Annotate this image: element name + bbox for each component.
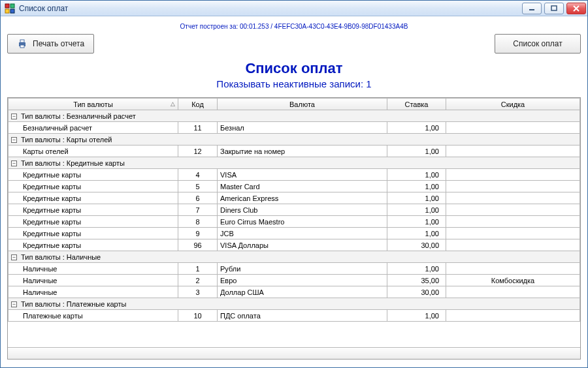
cell-type: Наличные	[8, 275, 178, 286]
table-row[interactable]: Платежные карты10ПДС оплата1,00	[8, 310, 580, 322]
cell-rate: 1,00	[387, 310, 446, 322]
cell-code: 8	[178, 216, 218, 228]
group-row[interactable]: −Тип валюты : Безналичный расчет	[8, 110, 580, 122]
cell-type: Кредитные карты	[8, 192, 178, 204]
svg-rect-0	[5, 4, 9, 8]
group-row[interactable]: −Тип валюты : Наличные	[8, 251, 580, 263]
collapse-icon[interactable]: −	[11, 254, 17, 260]
page-subtitle: Показывать неактивные записи: 1	[7, 78, 581, 89]
collapse-icon[interactable]: −	[11, 137, 17, 143]
cell-type: Наличные	[8, 263, 178, 275]
cell-rate: 1,00	[387, 122, 446, 134]
cell-rate: 1,00	[387, 181, 446, 192]
group-row[interactable]: −Тип валюты : Кредитные карты	[8, 157, 580, 169]
content: Отчет построен за: 00:01.253 / 4FEFC30A-…	[1, 16, 587, 367]
group-label: Тип валюты : Безналичный расчет	[21, 112, 136, 120]
cell-discount: Комбоскидка	[446, 275, 580, 286]
cell-currency: Безнал	[218, 122, 387, 134]
cell-code: 10	[178, 310, 218, 322]
cell-code: 12	[178, 146, 218, 157]
cell-code: 96	[178, 239, 218, 251]
table-row[interactable]: Кредитные карты4VISA1,00	[8, 169, 580, 181]
cell-discount	[446, 169, 580, 181]
print-report-button[interactable]: Печать отчета	[7, 34, 94, 54]
cell-type: Наличные	[8, 286, 178, 298]
col-header-code[interactable]: Код	[178, 99, 218, 110]
table-row[interactable]: Безналичный расчет11Безнал1,00	[8, 122, 580, 134]
printer-icon	[17, 38, 27, 49]
cell-discount	[446, 192, 580, 204]
sort-asc-icon: △	[171, 100, 175, 107]
svg-rect-5	[551, 6, 557, 10]
col-header-currency[interactable]: Валюта	[218, 99, 387, 110]
window-title: Список оплат	[19, 4, 68, 13]
cell-currency: ПДС оплата	[218, 310, 387, 322]
minimize-button[interactable]	[522, 3, 542, 14]
cell-code: 6	[178, 192, 218, 204]
cell-currency: Евро	[218, 275, 387, 286]
table-row[interactable]: Наличные2Евро35,00Комбоскидка	[8, 275, 580, 286]
table-row[interactable]: Кредитные карты5Master Card1,00	[8, 181, 580, 192]
table-row[interactable]: Кредитные карты9JCB1,00	[8, 228, 580, 239]
svg-rect-10	[20, 45, 24, 48]
cell-rate: 30,00	[387, 286, 446, 298]
col-header-type[interactable]: Тип валюты △	[8, 99, 178, 110]
cell-rate: 1,00	[387, 204, 446, 216]
cell-currency: Euro Cirrus Maestro	[218, 216, 387, 228]
payment-grid: Тип валюты △ Код Валюта Ставка Скидка −Т…	[7, 97, 581, 360]
cell-code: 3	[178, 286, 218, 298]
cell-code: 1	[178, 263, 218, 275]
cell-type: Кредитные карты	[8, 239, 178, 251]
cell-type: Платежные карты	[8, 310, 178, 322]
button-row: Печать отчета Список оплат	[7, 34, 581, 54]
cell-discount	[446, 228, 580, 239]
collapse-icon[interactable]: −	[11, 161, 17, 166]
collapse-icon[interactable]: −	[11, 301, 17, 307]
table-row[interactable]: Кредитные карты7Diners Club1,00	[8, 204, 580, 216]
collapse-icon[interactable]: −	[11, 114, 17, 119]
cell-code: 9	[178, 228, 218, 239]
group-label: Тип валюты : Карты отелей	[21, 136, 112, 144]
group-row[interactable]: −Тип валюты : Платежные карты	[8, 298, 580, 310]
cell-type: Кредитные карты	[8, 181, 178, 192]
col-header-discount[interactable]: Скидка	[446, 99, 580, 110]
page-title: Список оплат	[7, 60, 581, 77]
svg-rect-1	[10, 4, 14, 8]
cell-type: Кредитные карты	[8, 204, 178, 216]
cell-currency: American Express	[218, 192, 387, 204]
cell-code: 2	[178, 275, 218, 286]
maximize-button[interactable]	[544, 3, 564, 14]
grid-empty-area	[8, 322, 580, 347]
cell-rate: 1,00	[387, 169, 446, 181]
report-info: Отчет построен за: 00:01.253 / 4FEFC30A-…	[7, 23, 581, 30]
table-row[interactable]: Кредитные карты8Euro Cirrus Maestro1,00	[8, 216, 580, 228]
group-label: Тип валюты : Наличные	[21, 253, 101, 261]
grid-footer	[8, 347, 580, 359]
table-row[interactable]: Карты отелей12Закрытие на номер1,00	[8, 146, 580, 157]
col-header-type-label: Тип валюты	[73, 100, 113, 108]
table-row[interactable]: Наличные3Доллар США30,00	[8, 286, 580, 298]
cell-code: 4	[178, 169, 218, 181]
cell-code: 5	[178, 181, 218, 192]
group-label: Тип валюты : Платежные карты	[21, 300, 126, 308]
cell-currency: Закрытие на номер	[218, 146, 387, 157]
cell-type: Безналичный расчет	[8, 122, 178, 134]
cell-rate: 1,00	[387, 263, 446, 275]
table-row[interactable]: Кредитные карты6American Express1,00	[8, 192, 580, 204]
table-row[interactable]: Кредитные карты96VISA Доллары30,00	[8, 239, 580, 251]
payment-list-button[interactable]: Список оплат	[495, 34, 581, 54]
cell-rate: 30,00	[387, 239, 446, 251]
app-icon	[5, 3, 15, 14]
col-header-rate[interactable]: Ставка	[387, 99, 446, 110]
table-row[interactable]: Наличные1Рубли1,00	[8, 263, 580, 275]
cell-currency: VISA Доллары	[218, 239, 387, 251]
cell-code: 7	[178, 204, 218, 216]
cell-discount	[446, 146, 580, 157]
group-row[interactable]: −Тип валюты : Карты отелей	[8, 134, 580, 146]
cell-discount	[446, 239, 580, 251]
close-button[interactable]	[566, 3, 586, 14]
svg-rect-9	[20, 40, 24, 42]
cell-discount	[446, 122, 580, 134]
table-header-row: Тип валюты △ Код Валюта Ставка Скидка	[8, 99, 580, 110]
cell-type: Кредитные карты	[8, 228, 178, 239]
